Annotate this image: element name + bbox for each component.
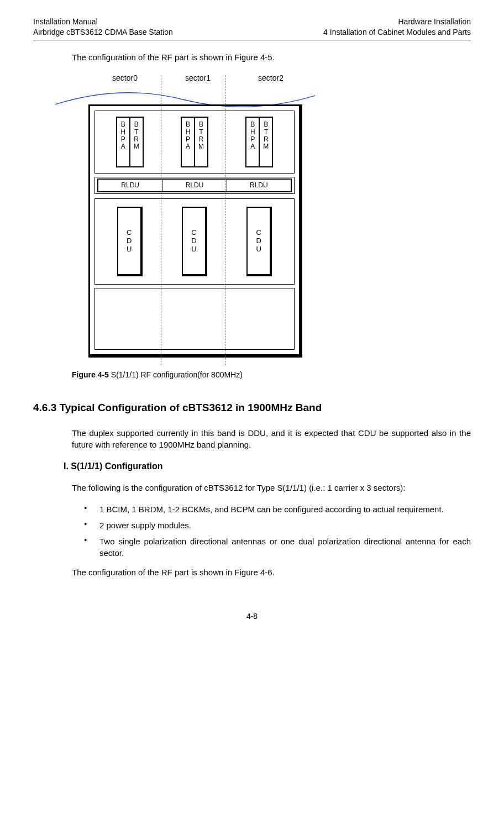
btrm-module: B T R M bbox=[195, 118, 207, 166]
cdu-sector2: C D U bbox=[246, 207, 272, 276]
section-heading-4-6-3: 4.6.3 Typical Configuration of cBTS3612 … bbox=[33, 401, 471, 416]
bhpa-module: B H P A bbox=[246, 118, 260, 166]
section-intro-paragraph: The duplex supported currently in this b… bbox=[72, 427, 471, 450]
rldu-sector1: RLDU bbox=[162, 180, 227, 191]
intro-paragraph: The configuration of the RF part is show… bbox=[72, 51, 471, 63]
header-left: Installation Manual Airbridge cBTS3612 C… bbox=[33, 17, 173, 38]
page-header: Installation Manual Airbridge cBTS3612 C… bbox=[33, 17, 471, 40]
sector-divider-1-2 bbox=[225, 75, 225, 365]
sector0-label: sector0 bbox=[91, 73, 159, 84]
empty-shelf bbox=[95, 288, 295, 350]
figure-reference-paragraph: The configuration of the RF part is show… bbox=[72, 566, 471, 578]
list-item: Two single polarization directional ante… bbox=[83, 535, 471, 559]
config-bullet-list: 1 BCIM, 1 BRDM, 1-2 BCKMs, and BCPM can … bbox=[83, 503, 471, 559]
chapter-title: Hardware Installation bbox=[323, 17, 471, 27]
sector1-label: sector1 bbox=[164, 73, 232, 84]
figure-text: S(1/1/1) RF configuration(for 800MHz) bbox=[109, 370, 243, 379]
page-number: 4-8 bbox=[33, 611, 471, 622]
cdu-shelf: C D U C D U C D U bbox=[95, 198, 295, 285]
list-item: 2 power supply modules. bbox=[83, 519, 471, 531]
top-shelf: B H P A B T R M B H P A B T R M B H P A … bbox=[95, 111, 295, 174]
module-pair-sector0: B H P A B T R M bbox=[116, 117, 144, 167]
sector2-label: sector2 bbox=[237, 73, 305, 84]
rldu-shelf: RLDU RLDU RLDU bbox=[95, 177, 295, 194]
bhpa-module: B H P A bbox=[182, 118, 195, 166]
list-item: 1 BCIM, 1 BRDM, 1-2 BCKMs, and BCPM can … bbox=[83, 503, 471, 515]
sector-divider-0-1 bbox=[161, 75, 161, 365]
manual-title: Installation Manual bbox=[33, 17, 173, 27]
swoosh-decoration bbox=[55, 88, 315, 104]
cabinet-diagram: B H P A B T R M B H P A B T R M B H P A … bbox=[88, 104, 302, 358]
btrm-module: B T R M bbox=[260, 118, 272, 166]
module-pair-sector2: B H P A B T R M bbox=[245, 117, 273, 167]
cdu-sector1: C D U bbox=[182, 207, 207, 276]
rldu-sector0: RLDU bbox=[98, 180, 162, 191]
btrm-module: B T R M bbox=[130, 118, 143, 166]
figure-4-5: sector0 sector1 sector2 B H P A B T R M … bbox=[72, 73, 471, 358]
header-right: Hardware Installation 4 Installation of … bbox=[323, 17, 471, 38]
config-intro-paragraph: The following is the configuration of cB… bbox=[72, 482, 471, 493]
figure-caption: Figure 4-5 S(1/1/1) RF configuration(for… bbox=[72, 370, 471, 381]
bhpa-module: B H P A bbox=[117, 118, 130, 166]
module-pair-sector1: B H P A B T R M bbox=[181, 117, 208, 167]
sector-labels: sector0 sector1 sector2 bbox=[91, 73, 471, 84]
product-title: Airbridge cBTS3612 CDMA Base Station bbox=[33, 27, 173, 38]
subsection-heading: I. S(1/1/1) Configuration bbox=[64, 460, 471, 472]
cdu-sector0: C D U bbox=[117, 207, 143, 276]
section-title: 4 Installation of Cabinet Modules and Pa… bbox=[323, 27, 471, 38]
rldu-sector2: RLDU bbox=[227, 180, 291, 191]
figure-label: Figure 4-5 bbox=[72, 370, 109, 379]
